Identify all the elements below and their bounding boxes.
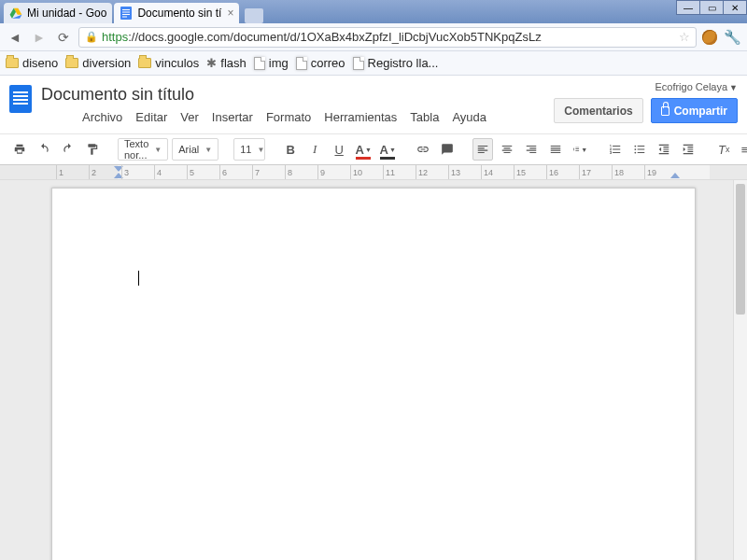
paragraph-style-select[interactable]: Texto nor...▼: [118, 138, 168, 161]
extension-icon: ✱: [206, 56, 217, 70]
menu-herramientas[interactable]: Herramientas: [324, 110, 397, 124]
lock-icon: [661, 106, 669, 116]
close-tab-icon[interactable]: ×: [227, 7, 233, 20]
numbered-list-button[interactable]: [605, 138, 626, 161]
chevron-down-icon: ▼: [729, 83, 738, 92]
insert-link-button[interactable]: [413, 138, 433, 161]
bookmark-diversion[interactable]: diversion: [65, 56, 131, 70]
browser-tabstrip: Mi unidad - Goo Documento sin tí × — ▭ ✕: [0, 0, 747, 23]
bookmark-flash[interactable]: ✱flash: [206, 56, 246, 70]
svg-rect-3: [120, 7, 132, 20]
chevron-down-icon: ▼: [204, 146, 212, 154]
window-maximize-button[interactable]: ▭: [699, 0, 724, 15]
underline-button[interactable]: U: [329, 138, 349, 161]
share-button[interactable]: Compartir: [651, 98, 738, 123]
page-icon: [296, 57, 307, 70]
page-icon: [353, 57, 364, 70]
page-icon: [254, 57, 265, 70]
comments-button[interactable]: Comentarios: [554, 98, 642, 123]
toolbar-more-button[interactable]: ≡▸: [738, 138, 747, 161]
paint-format-button[interactable]: [82, 138, 103, 161]
redo-button[interactable]: [58, 138, 78, 161]
tab-title: Mi unidad - Goo: [27, 7, 106, 20]
menu-archivo[interactable]: Archivo: [82, 110, 122, 124]
chevron-down-icon: ▼: [257, 146, 264, 154]
text-cursor: [138, 271, 139, 286]
tab-title: Documento sin tí: [137, 7, 221, 20]
chevron-down-icon: ▼: [154, 146, 162, 154]
bookmark-registro[interactable]: Registro lla...: [353, 56, 439, 70]
back-button[interactable]: ◄: [6, 28, 24, 47]
settings-wrench-icon[interactable]: 🔧: [723, 28, 741, 47]
document-page[interactable]: [51, 188, 696, 560]
menu-editar[interactable]: Editar: [135, 110, 167, 124]
menu-formato[interactable]: Formato: [266, 110, 311, 124]
insert-comment-button[interactable]: [437, 138, 458, 161]
font-family-select[interactable]: Arial▼: [172, 138, 218, 161]
document-canvas[interactable]: [0, 180, 747, 560]
increase-indent-button[interactable]: [678, 138, 698, 161]
lock-icon: 🔒: [85, 31, 98, 43]
clear-formatting-button[interactable]: Tx: [713, 138, 734, 161]
folder-icon: [138, 58, 151, 68]
docs-header: Documento sin título Ecofrigo Celaya▼ Co…: [0, 76, 747, 128]
svg-rect-5: [122, 12, 130, 13]
undo-button[interactable]: [34, 138, 54, 161]
svg-point-8: [635, 146, 637, 147]
docs-icon: [120, 7, 133, 20]
bookmark-star-icon[interactable]: ☆: [679, 30, 690, 44]
browser-address-bar: ◄ ► ⟳ 🔒 https://docs.google.com/document…: [0, 23, 747, 51]
horizontal-ruler[interactable]: 1 2 3 4 5 6 7 8 9 10 11 12 13 14 15 16 1…: [0, 165, 747, 180]
folder-icon: [65, 58, 78, 68]
menu-ver[interactable]: Ver: [180, 110, 199, 124]
decrease-indent-button[interactable]: [654, 138, 674, 161]
bookmark-diseno[interactable]: diseno: [6, 56, 58, 70]
svg-rect-6: [122, 14, 130, 15]
print-button[interactable]: [9, 138, 30, 161]
bookmark-img[interactable]: img: [254, 56, 289, 70]
toolbar: Texto nor...▼ Arial▼ 11▼ B I U A▼ A▼ ▼ T…: [0, 133, 747, 165]
browser-tab-docs[interactable]: Documento sin tí ×: [114, 3, 239, 23]
forward-button[interactable]: ►: [30, 28, 49, 47]
url-path: ://docs.google.com/document/d/1OXaBx4bxZ…: [128, 30, 541, 44]
font-size-select[interactable]: 11▼: [233, 138, 265, 161]
svg-point-9: [635, 148, 637, 150]
line-spacing-button[interactable]: ▼: [570, 138, 590, 161]
bookmark-vinculos[interactable]: vinculos: [138, 56, 199, 70]
svg-rect-7: [122, 17, 127, 18]
align-center-button[interactable]: [497, 138, 517, 161]
align-left-button[interactable]: [472, 138, 493, 161]
url-scheme: https: [102, 30, 128, 44]
highlight-color-button[interactable]: A▼: [377, 138, 398, 161]
svg-point-10: [635, 152, 637, 154]
bulleted-list-button[interactable]: [629, 138, 650, 161]
drive-icon: [9, 7, 22, 20]
browser-tab-drive[interactable]: Mi unidad - Goo: [4, 3, 112, 23]
menu-ayuda[interactable]: Ayuda: [452, 110, 486, 124]
align-justify-button[interactable]: [545, 138, 566, 161]
docs-logo-icon[interactable]: [9, 85, 32, 113]
window-close-button[interactable]: ✕: [723, 0, 747, 15]
italic-button[interactable]: I: [304, 138, 325, 161]
extension-icon[interactable]: [702, 30, 717, 45]
scrollbar-thumb[interactable]: [736, 184, 745, 315]
account-menu[interactable]: Ecofrigo Celaya▼: [655, 81, 738, 92]
text-color-button[interactable]: A▼: [353, 138, 374, 161]
folder-icon: [6, 58, 19, 68]
bookmark-correo[interactable]: correo: [296, 56, 345, 70]
menu-insertar[interactable]: Insertar: [212, 110, 253, 124]
url-input[interactable]: 🔒 https://docs.google.com/document/d/1OX…: [78, 27, 697, 48]
reload-button[interactable]: ⟳: [54, 28, 73, 47]
menu-tabla[interactable]: Tabla: [410, 110, 439, 124]
vertical-scrollbar[interactable]: [733, 180, 747, 560]
svg-rect-4: [122, 9, 130, 10]
window-minimize-button[interactable]: —: [676, 0, 700, 15]
align-right-button[interactable]: [521, 138, 542, 161]
bookmarks-bar: diseno diversion vinculos ✱flash img cor…: [0, 51, 747, 76]
new-tab-button[interactable]: [245, 8, 263, 23]
bold-button[interactable]: B: [280, 138, 301, 161]
